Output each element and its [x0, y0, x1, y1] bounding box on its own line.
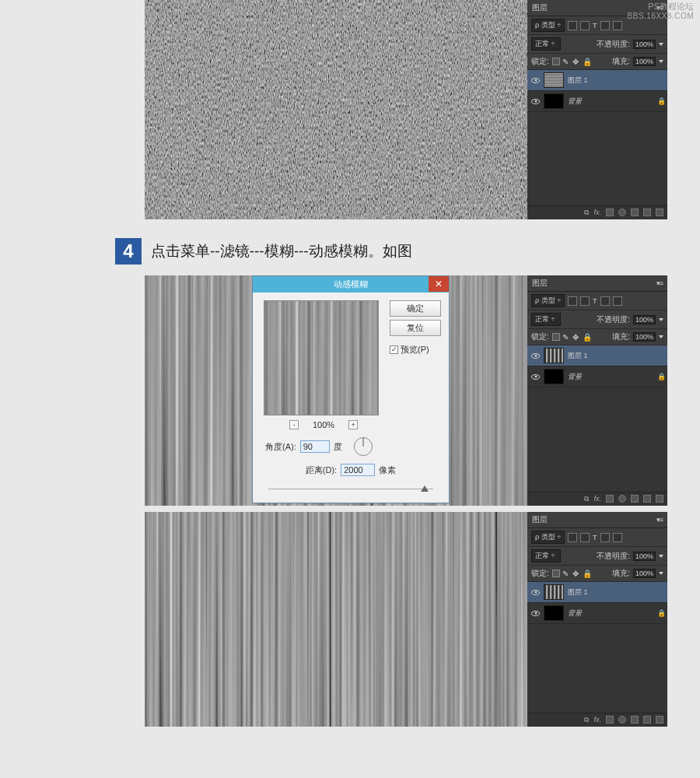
close-button[interactable]: ✕ [429, 276, 449, 292]
layer-item-1[interactable]: 图层 1 [527, 70, 667, 91]
text-filter-icon[interactable]: T [593, 534, 597, 541]
distance-input[interactable]: 2000 [341, 464, 375, 476]
lock-icons[interactable]: ✎✥🔒 [552, 333, 590, 341]
preview-checkbox-row[interactable]: ✓ 预览(P) [390, 344, 441, 356]
shape-filter-icon[interactable] [600, 296, 610, 306]
pixel-filter-icon[interactable] [568, 21, 577, 30]
chevron-down-icon[interactable] [659, 555, 663, 558]
fx-icon[interactable]: fx. [593, 495, 601, 503]
trash-icon[interactable] [656, 209, 663, 216]
mask-icon[interactable] [606, 716, 614, 724]
filter-type-select[interactable]: ρ 类型 ÷ [531, 531, 565, 544]
layer-thumb [544, 72, 564, 88]
reset-button[interactable]: 复位 [390, 320, 441, 336]
text-filter-icon[interactable]: T [593, 22, 597, 30]
lock-label: 锁定: [531, 331, 549, 342]
fill-label: 填充: [612, 56, 630, 67]
angle-input[interactable]: 90 [300, 440, 330, 453]
zoom-in-button[interactable]: + [348, 420, 358, 429]
chevron-down-icon[interactable] [659, 43, 663, 46]
link-icon[interactable]: ⧉ [584, 716, 589, 724]
new-layer-icon[interactable] [643, 495, 651, 503]
layer-item-1[interactable]: 图层 1 [527, 582, 667, 603]
slider-thumb[interactable] [421, 485, 429, 492]
shape-filter-icon[interactable] [600, 533, 610, 542]
fill-label: 填充: [612, 331, 630, 342]
opacity-value[interactable]: 100% [633, 552, 656, 561]
layer-item-bg[interactable]: 背景 🔒 [527, 91, 667, 112]
opacity-label: 不透明度: [597, 39, 630, 50]
visibility-icon[interactable] [531, 353, 540, 359]
folder-icon[interactable] [631, 495, 639, 503]
step-number: 4 [115, 238, 142, 265]
panel-title: 图层 [532, 514, 548, 525]
panel-tab[interactable]: 图层 ▾≡ [527, 275, 667, 292]
zoom-out-button[interactable]: - [289, 420, 299, 429]
smart-filter-icon[interactable] [613, 533, 622, 542]
blend-mode-select[interactable]: 正常 ÷ [531, 313, 561, 326]
panel-menu-icon[interactable]: ▾≡ [656, 279, 663, 287]
fx-icon[interactable]: fx. [593, 716, 601, 724]
blend-mode-select[interactable]: 正常 ÷ [531, 37, 561, 51]
panel-tab[interactable]: 图层 ▾≡ [527, 512, 667, 528]
ok-button[interactable]: 确定 [390, 300, 441, 317]
trash-icon[interactable] [656, 495, 663, 503]
visibility-icon[interactable] [531, 590, 540, 595]
adjust-filter-icon[interactable] [580, 296, 590, 306]
panel-menu-icon[interactable]: ▾≡ [656, 516, 663, 524]
shape-filter-icon[interactable] [600, 21, 610, 30]
angle-dial[interactable] [354, 437, 373, 456]
layer-item-1[interactable]: 图层 1 [527, 345, 667, 366]
blend-row: 正常 ÷ 不透明度: 100% [527, 35, 667, 54]
folder-icon[interactable] [631, 209, 639, 216]
blend-row: 正常 ÷ 不透明度: 100% [527, 310, 667, 329]
preview-checkbox[interactable]: ✓ [390, 345, 398, 354]
dialog-titlebar[interactable]: 动感模糊 ✕ [253, 276, 449, 293]
fill-value[interactable]: 100% [633, 57, 656, 66]
distance-slider[interactable] [268, 484, 433, 493]
new-layer-icon[interactable] [643, 716, 651, 724]
folder-icon[interactable] [631, 716, 639, 724]
text-filter-icon[interactable]: T [593, 297, 597, 305]
link-icon[interactable]: ⧉ [584, 495, 589, 503]
visibility-icon[interactable] [531, 611, 540, 616]
new-layer-icon[interactable] [643, 209, 651, 216]
layer-item-bg[interactable]: 背景 🔒 [527, 603, 667, 624]
layer-thumb [544, 348, 564, 363]
svg-rect-5 [264, 301, 379, 415]
opacity-value[interactable]: 100% [633, 40, 656, 49]
fx-icon[interactable]: fx. [593, 209, 601, 217]
layer-item-bg[interactable]: 背景 🔒 [527, 366, 667, 387]
chevron-down-icon[interactable] [659, 335, 663, 338]
chevron-down-icon[interactable] [659, 60, 663, 63]
adjust-icon[interactable] [618, 209, 626, 216]
trash-icon[interactable] [656, 716, 663, 724]
fill-value[interactable]: 100% [633, 332, 656, 342]
visibility-icon[interactable] [531, 78, 540, 83]
pixel-filter-icon[interactable] [568, 296, 577, 306]
adjust-filter-icon[interactable] [580, 533, 590, 542]
visibility-icon[interactable] [531, 374, 540, 380]
chevron-down-icon[interactable] [659, 318, 663, 321]
smart-filter-icon[interactable] [613, 21, 622, 30]
filter-type-select[interactable]: ρ 类型 ÷ [531, 19, 565, 32]
adjust-filter-icon[interactable] [580, 21, 590, 30]
opacity-value[interactable]: 100% [633, 315, 656, 324]
adjust-icon[interactable] [618, 716, 626, 724]
blend-mode-select[interactable]: 正常 ÷ [531, 549, 561, 562]
visibility-icon[interactable] [531, 99, 540, 104]
chevron-down-icon[interactable] [659, 572, 663, 575]
adjust-icon[interactable] [618, 495, 626, 503]
layer-thumb [544, 584, 564, 600]
preview-box[interactable] [264, 300, 379, 415]
lock-icons[interactable]: ✎✥🔒 [552, 569, 590, 577]
link-icon[interactable]: ⧉ [584, 209, 589, 217]
smart-filter-icon[interactable] [613, 296, 622, 306]
filter-type-select[interactable]: ρ 类型 ÷ [531, 294, 565, 307]
lock-icons[interactable]: ✎✥🔒 [552, 58, 590, 65]
pixel-filter-icon[interactable] [568, 533, 577, 542]
watermark-line1: PS教程论坛 [628, 2, 694, 12]
fill-value[interactable]: 100% [633, 569, 656, 578]
mask-icon[interactable] [606, 495, 614, 503]
mask-icon[interactable] [606, 209, 614, 216]
